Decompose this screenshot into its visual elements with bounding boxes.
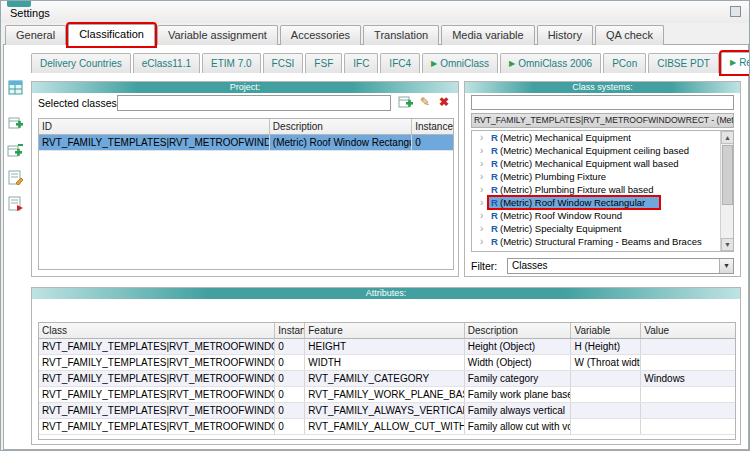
tab-qa-check[interactable]: QA check — [595, 25, 664, 45]
attribute-row[interactable]: RVT_FAMILY_TEMPLATES|RVT_METROOFWINDOWRE… — [39, 355, 735, 371]
tree-item-selected[interactable]: ›R(Metric) Roof Window Rectangular — [472, 196, 733, 209]
revit-icon: R — [489, 210, 500, 221]
chevron-right-icon: › — [480, 223, 489, 234]
chevron-right-icon: › — [480, 197, 489, 208]
project-classes-table: ID Description Instance RVT_FAMILY_TEMPL… — [38, 118, 454, 270]
tab-omniclass-2006[interactable]: ▶OmniClass 2006 — [500, 53, 601, 73]
revit-icon: R — [489, 132, 500, 143]
project-table-header: ID Description Instance — [39, 119, 453, 135]
attributes-table: Class Instance Feature Description Varia… — [38, 322, 736, 440]
class-tree: ›R(Metric) Mechanical Equipment ›R(Metri… — [471, 130, 734, 252]
attribute-row[interactable]: RVT_FAMILY_TEMPLATES|RVT_METROOFWINDOWRE… — [39, 403, 735, 419]
title-bar: Settings — [1, 1, 749, 23]
tree-item[interactable]: ›R(Metric) Plumbing Fixture — [472, 170, 733, 183]
tab-ifc4[interactable]: IFC4 — [380, 53, 420, 73]
tab-pcon[interactable]: PCon — [603, 53, 646, 73]
filter-combo[interactable]: Classes ▼ — [507, 258, 734, 274]
column-header-class[interactable]: Class — [39, 323, 275, 338]
class-system-tab-bar: Delivery Countries eClass11.1 ETIM 7.0 F… — [31, 52, 750, 73]
revit-icon: R — [489, 158, 500, 169]
tree-item[interactable]: ›R(Metric) Mechanical Equipment wall bas… — [472, 157, 733, 170]
tab-eclass11-1[interactable]: eClass11.1 — [133, 53, 200, 73]
chevron-down-icon[interactable]: ▼ — [719, 259, 733, 273]
revit-icon: R — [489, 145, 500, 156]
scroll-down-icon[interactable]: ▼ — [721, 238, 734, 251]
column-header-description[interactable]: Description — [465, 323, 572, 338]
tab-fcsi[interactable]: FCSI — [263, 53, 304, 73]
column-header-instance[interactable]: Instance — [275, 323, 305, 338]
primary-tab-bar: General Classification Variable assignme… — [5, 23, 666, 45]
tree-item[interactable]: ›R(Metric) Roof Window Round — [472, 209, 733, 222]
play-icon: ▶ — [730, 59, 736, 67]
revit-icon: R — [489, 184, 500, 195]
chevron-right-icon: › — [480, 145, 489, 156]
add-selected-class-icon[interactable] — [398, 94, 414, 110]
tab-fsf[interactable]: FSF — [305, 53, 342, 73]
tab-classification[interactable]: Classification — [68, 24, 155, 46]
tree-item[interactable]: ›R(Metric) Mechanical Equipment — [472, 131, 733, 144]
tab-accessories[interactable]: Accessories — [280, 25, 361, 45]
tab-variable-assignment[interactable]: Variable assignment — [157, 25, 278, 45]
attributes-table-header: Class Instance Feature Description Varia… — [39, 323, 735, 339]
play-icon: ▶ — [431, 60, 437, 68]
tree-item[interactable]: ›R(Metric) Specialty Equipment — [472, 222, 733, 235]
add-all-classes-icon[interactable] — [7, 143, 24, 160]
attributes-group: Attributes: Class Instance Feature Descr… — [31, 287, 741, 445]
selected-classes-input[interactable] — [117, 95, 391, 111]
add-class-icon[interactable] — [7, 115, 24, 132]
export-classification-icon[interactable] — [7, 195, 24, 212]
tree-scrollbar[interactable]: ▲ ▼ — [720, 131, 733, 251]
tab-omniclass[interactable]: ▶OmniClass — [422, 53, 498, 73]
chevron-right-icon: › — [480, 132, 489, 143]
chevron-right-icon: › — [480, 171, 489, 182]
tab-etim-7-0[interactable]: ETIM 7.0 — [202, 53, 261, 73]
project-group: Project: Selected classes ✎ ✖ ID Descrip… — [31, 81, 459, 277]
column-header-feature[interactable]: Feature — [305, 323, 465, 338]
edit-selected-class-icon[interactable]: ✎ — [417, 94, 433, 110]
cell-description: (Metric) Roof Window Rectangular — [270, 135, 412, 150]
revit-icon: R — [489, 236, 500, 247]
attributes-group-header: Attributes: — [32, 288, 740, 299]
tab-media-variable[interactable]: Media variable — [441, 25, 535, 45]
chevron-right-icon: › — [480, 236, 489, 247]
scrollbar-thumb[interactable] — [722, 145, 733, 205]
attribute-row[interactable]: RVT_FAMILY_TEMPLATES|RVT_METROOFWINDOWRE… — [39, 339, 735, 355]
tab-ifc[interactable]: IFC — [344, 53, 378, 73]
column-header-id[interactable]: ID — [39, 119, 270, 134]
tree-item[interactable]: ›R(Metric) Plumbing Fixture wall based — [472, 183, 733, 196]
tab-cibse-pdt[interactable]: CIBSE PDT — [648, 53, 719, 73]
tab-revit[interactable]: ▶Revit — [721, 52, 750, 74]
cell-id: RVT_FAMILY_TEMPLATES|RVT_METROOFWINDOWRE… — [39, 135, 270, 150]
delete-selected-class-icon[interactable]: ✖ — [436, 94, 452, 110]
play-icon: ▶ — [509, 60, 515, 68]
cell-instance: 0 — [412, 135, 453, 150]
edit-classification-icon[interactable] — [7, 169, 24, 186]
attribute-row[interactable]: RVT_FAMILY_TEMPLATES|RVT_METROOFWINDOWRE… — [39, 419, 735, 435]
tree-item[interactable]: ›R(Metric) Mechanical Equipment ceiling … — [472, 144, 733, 157]
window-control-button[interactable] — [730, 6, 741, 17]
project-group-header: Project: — [32, 82, 458, 93]
tab-delivery-countries[interactable]: Delivery Countries — [31, 53, 131, 73]
filter-label: Filter: — [471, 260, 497, 272]
class-systems-group-header: Class systems: — [465, 82, 740, 93]
project-table-row[interactable]: RVT_FAMILY_TEMPLATES|RVT_METROOFWINDOWRE… — [39, 135, 453, 151]
classes-overview-icon[interactable] — [7, 79, 24, 96]
column-header-description[interactable]: Description — [270, 119, 412, 134]
revit-icon: R — [489, 223, 500, 234]
column-header-instance[interactable]: Instance — [412, 119, 453, 134]
tab-general[interactable]: General — [5, 25, 66, 45]
class-search-input[interactable] — [471, 95, 734, 110]
tree-item[interactable]: ›R(Metric) Structural Framing - Beams an… — [472, 235, 733, 248]
chevron-right-icon: › — [480, 184, 489, 195]
tab-history[interactable]: History — [537, 25, 593, 45]
tab-translation[interactable]: Translation — [363, 25, 439, 45]
column-header-variable[interactable]: Variable — [571, 323, 641, 338]
revit-icon: R — [489, 171, 500, 182]
column-header-value[interactable]: Value — [641, 323, 735, 338]
selected-template-combo[interactable]: RVT_FAMILY_TEMPLATES|RVT_METROOFWINDOWRE… — [471, 113, 734, 128]
attribute-row[interactable]: RVT_FAMILY_TEMPLATES|RVT_METROOFWINDOWRE… — [39, 371, 735, 387]
settings-window: Settings General Classification Variable… — [0, 0, 750, 451]
revit-icon: R — [489, 197, 500, 208]
scroll-up-icon[interactable]: ▲ — [721, 131, 734, 144]
attribute-row[interactable]: RVT_FAMILY_TEMPLATES|RVT_METROOFWINDOWRE… — [39, 387, 735, 403]
